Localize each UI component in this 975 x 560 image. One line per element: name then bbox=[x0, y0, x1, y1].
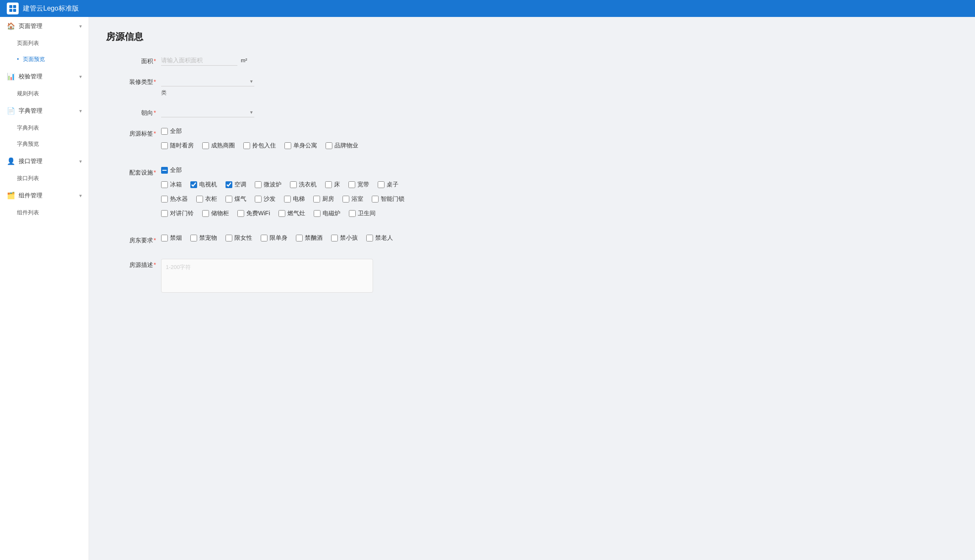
label-decoration: 装修类型* bbox=[106, 76, 161, 86]
req-female-checkbox[interactable] bbox=[226, 235, 232, 241]
checkbox-fac-fridge[interactable]: 冰箱 bbox=[161, 181, 182, 189]
fac-microwave-checkbox[interactable] bbox=[255, 181, 262, 188]
form-row-orientation: 朝向* 东 南 西 北 东南 东北 西南 西北 ▾ bbox=[106, 107, 958, 117]
checkbox-tag-mature[interactable]: 成熟商圈 bbox=[202, 142, 235, 150]
req-nosmoking-checkbox[interactable] bbox=[161, 235, 168, 241]
sidebar-group-header-page-management[interactable]: 🏠 页面管理 ▾ bbox=[0, 17, 89, 35]
sidebar-item-rule-list[interactable]: 规则列表 bbox=[0, 86, 89, 102]
req-noalcohol-checkbox[interactable] bbox=[296, 235, 303, 241]
page-title: 房源信息 bbox=[106, 30, 958, 43]
orientation-select[interactable]: 东 南 西 北 东南 东北 西南 西北 bbox=[161, 107, 254, 117]
checkbox-fac-broadband[interactable]: 宽带 bbox=[348, 181, 369, 189]
checkbox-req-nosmoking[interactable]: 禁烟 bbox=[161, 234, 182, 242]
checkbox-fac-elevator[interactable]: 电梯 bbox=[284, 195, 305, 203]
checkbox-fac-induction[interactable]: 电磁炉 bbox=[314, 210, 340, 217]
layout: 🏠 页面管理 ▾ 页面列表 页面预览 📊 校验管理 ▾ 规则列表 bbox=[0, 17, 975, 560]
req-noelderly-checkbox[interactable] bbox=[366, 235, 373, 241]
checkbox-fac-wardrobe[interactable]: 衣柜 bbox=[196, 195, 217, 203]
checkbox-fac-washer[interactable]: 洗衣机 bbox=[290, 181, 317, 189]
area-input[interactable] bbox=[161, 55, 237, 66]
checkbox-fac-all[interactable]: 全部 bbox=[161, 166, 182, 174]
svg-rect-1 bbox=[13, 5, 16, 8]
req-single-checkbox[interactable] bbox=[261, 235, 267, 241]
checkbox-fac-toilet[interactable]: 卫生间 bbox=[349, 210, 376, 217]
checkbox-fac-water-heater[interactable]: 热水器 bbox=[161, 195, 188, 203]
checkbox-req-single[interactable]: 限单身 bbox=[261, 234, 287, 242]
req-nopets-checkbox[interactable] bbox=[190, 235, 197, 241]
checkbox-tag-all[interactable]: 全部 bbox=[161, 128, 182, 135]
fac-tv-checkbox[interactable] bbox=[190, 181, 197, 188]
fac-bathroom-checkbox[interactable] bbox=[343, 196, 349, 202]
checkbox-fac-table[interactable]: 桌子 bbox=[378, 181, 398, 189]
checkbox-req-noelderly[interactable]: 禁老人 bbox=[366, 234, 393, 242]
fac-storage-checkbox[interactable] bbox=[202, 210, 209, 217]
checkbox-tag-checkin[interactable]: 拎包入住 bbox=[243, 142, 276, 150]
fac-bed-checkbox[interactable] bbox=[325, 181, 332, 188]
tag-brand-checkbox[interactable] bbox=[326, 142, 332, 149]
sidebar-group-header-dictionary[interactable]: 📄 字典管理 ▾ bbox=[0, 102, 89, 120]
topbar: 建管云Lego标准版 bbox=[0, 0, 975, 17]
tag-all-checkbox[interactable] bbox=[161, 128, 168, 135]
document-icon: 📄 bbox=[7, 107, 15, 115]
checkbox-tag-anytime[interactable]: 随时看房 bbox=[161, 142, 194, 150]
folder-icon: 🗂️ bbox=[7, 191, 15, 200]
fac-water-heater-checkbox[interactable] bbox=[161, 196, 168, 202]
fac-fridge-checkbox[interactable] bbox=[161, 181, 168, 188]
fac-gas-stove-checkbox[interactable] bbox=[279, 210, 285, 217]
checkbox-fac-gas-stove[interactable]: 燃气灶 bbox=[279, 210, 305, 217]
sidebar-item-interface-list[interactable]: 接口列表 bbox=[0, 170, 89, 186]
checkbox-req-nopets[interactable]: 禁宠物 bbox=[190, 234, 217, 242]
tag-mature-checkbox[interactable] bbox=[202, 142, 209, 149]
area-unit: m² bbox=[241, 57, 247, 64]
fac-ac-checkbox[interactable] bbox=[226, 181, 232, 188]
fac-intercom-checkbox[interactable] bbox=[161, 210, 168, 217]
checkbox-fac-tv[interactable]: 电视机 bbox=[190, 181, 217, 189]
fac-washer-checkbox[interactable] bbox=[290, 181, 297, 188]
fac-wifi-checkbox[interactable] bbox=[237, 210, 244, 217]
checkbox-fac-storage[interactable]: 储物柜 bbox=[202, 210, 229, 217]
checkbox-fac-ac[interactable]: 空调 bbox=[226, 181, 246, 189]
decoration-type-select[interactable]: 精装修 简装修 毛坯 其他 bbox=[161, 76, 254, 86]
sidebar-item-dict-list[interactable]: 字典列表 bbox=[0, 120, 89, 136]
checkbox-fac-intercom[interactable]: 对讲门铃 bbox=[161, 210, 194, 217]
checkbox-req-nokids[interactable]: 禁小孩 bbox=[331, 234, 358, 242]
checkbox-fac-microwave[interactable]: 微波炉 bbox=[255, 181, 281, 189]
sidebar-item-page-preview[interactable]: 页面预览 bbox=[0, 51, 89, 67]
checkbox-tag-brand[interactable]: 品牌物业 bbox=[326, 142, 358, 150]
fac-elevator-checkbox[interactable] bbox=[284, 196, 291, 202]
checkbox-req-noalcohol[interactable]: 禁酗酒 bbox=[296, 234, 323, 242]
checkbox-fac-bed[interactable]: 床 bbox=[325, 181, 340, 189]
checkbox-req-female[interactable]: 限女性 bbox=[226, 234, 252, 242]
fac-wardrobe-checkbox[interactable] bbox=[196, 196, 203, 202]
form-row-requirements: 房东要求* 禁烟 禁宠物 限女性 bbox=[106, 234, 958, 249]
checkbox-fac-wifi[interactable]: 免费WiFi bbox=[237, 210, 270, 217]
sidebar-group-header-component[interactable]: 🗂️ 组件管理 ▾ bbox=[0, 186, 89, 205]
checkbox-fac-smart-door[interactable]: 智能门锁 bbox=[372, 195, 404, 203]
logo bbox=[7, 3, 19, 14]
tag-anytime-checkbox[interactable] bbox=[161, 142, 168, 149]
fac-sofa-checkbox[interactable] bbox=[255, 196, 262, 202]
checkbox-fac-kitchen[interactable]: 厨房 bbox=[313, 195, 334, 203]
chart-icon: 📊 bbox=[7, 72, 15, 80]
fac-gas-checkbox[interactable] bbox=[226, 196, 232, 202]
description-textarea[interactable] bbox=[161, 259, 373, 293]
fac-kitchen-checkbox[interactable] bbox=[313, 196, 320, 202]
fac-toilet-checkbox[interactable] bbox=[349, 210, 356, 217]
fac-broadband-checkbox[interactable] bbox=[348, 181, 355, 188]
sidebar-item-dict-preview[interactable]: 字典预览 bbox=[0, 136, 89, 152]
checkbox-tag-single-apt[interactable]: 单身公寓 bbox=[284, 142, 317, 150]
sidebar-group-header-validation[interactable]: 📊 校验管理 ▾ bbox=[0, 67, 89, 86]
checkbox-fac-sofa[interactable]: 沙发 bbox=[255, 195, 276, 203]
chevron-down-icon: ▾ bbox=[79, 193, 82, 199]
checkbox-fac-gas[interactable]: 煤气 bbox=[226, 195, 246, 203]
checkbox-fac-bathroom[interactable]: 浴室 bbox=[343, 195, 363, 203]
fac-table-checkbox[interactable] bbox=[378, 181, 384, 188]
req-nokids-checkbox[interactable] bbox=[331, 235, 338, 241]
tag-single-apt-checkbox[interactable] bbox=[284, 142, 291, 149]
sidebar-group-header-interface[interactable]: 👤 接口管理 ▾ bbox=[0, 152, 89, 170]
fac-induction-checkbox[interactable] bbox=[314, 210, 320, 217]
sidebar-item-component-list[interactable]: 组件列表 bbox=[0, 205, 89, 221]
tag-checkin-checkbox[interactable] bbox=[243, 142, 250, 149]
fac-smart-door-checkbox[interactable] bbox=[372, 196, 379, 202]
sidebar-item-page-list[interactable]: 页面列表 bbox=[0, 35, 89, 51]
